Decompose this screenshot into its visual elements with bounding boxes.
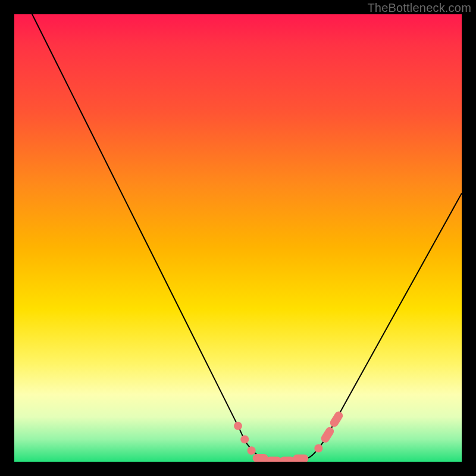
- bottleneck-curve: [14, 14, 462, 462]
- curve-marker: [314, 444, 322, 452]
- plot-area: [14, 14, 462, 462]
- curve-marker: [320, 425, 336, 444]
- curve-marker: [280, 456, 295, 462]
- watermark-text: TheBottleneck.com: [367, 1, 471, 15]
- curve-marker: [253, 454, 268, 462]
- curve-markers: [234, 410, 345, 462]
- curve-marker: [240, 435, 249, 443]
- curve-marker: [293, 455, 308, 462]
- chart-frame: TheBottleneck.com: [0, 0, 476, 476]
- curve-marker: [266, 456, 281, 462]
- curve-svg: [14, 14, 462, 462]
- curve-marker: [234, 422, 242, 430]
- curve-marker: [248, 446, 256, 455]
- curve-marker: [328, 410, 345, 428]
